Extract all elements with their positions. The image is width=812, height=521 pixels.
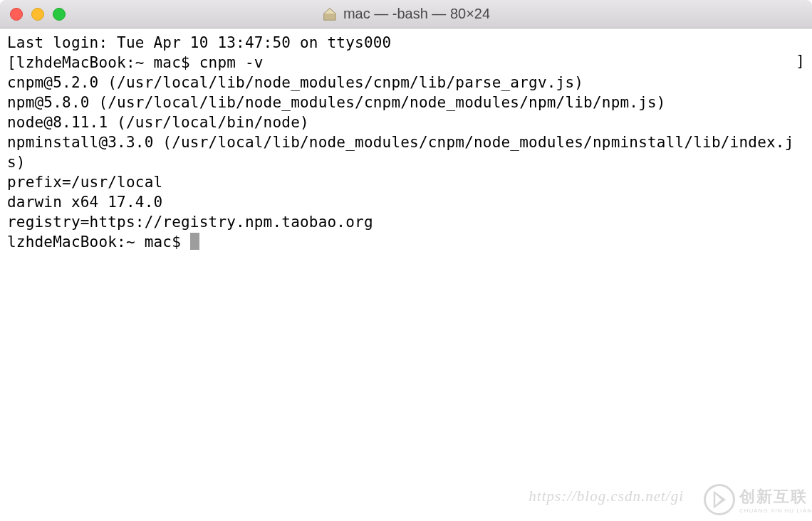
- home-folder-icon: [322, 6, 338, 22]
- terminal-cursor: [190, 233, 199, 250]
- right-bracket-glyph: ]: [796, 53, 805, 70]
- logo-main-text: 创新互联: [739, 486, 808, 507]
- terminal-line: node@8.11.1 (/usr/local/bin/node): [7, 114, 309, 131]
- terminal-output[interactable]: Last login: Tue Apr 10 13:47:50 on ttys0…: [0, 28, 812, 256]
- logo-text: 创新互联 CHUANG XIN HU LIAN: [739, 486, 812, 514]
- terminal-line: cnpm@5.2.0 (/usr/local/lib/node_modules/…: [7, 74, 583, 91]
- terminal-prompt: lzhdeMacBook:~ mac$: [7, 233, 190, 251]
- logo-sub-text: CHUANG XIN HU LIAN: [739, 507, 812, 514]
- traffic-lights: [0, 8, 66, 21]
- terminal-line: registry=https://registry.npm.taobao.org: [7, 214, 373, 231]
- close-button[interactable]: [10, 8, 23, 21]
- terminal-line: [lzhdeMacBook:~ mac$ cnpm -v: [7, 54, 264, 71]
- terminal-line: Last login: Tue Apr 10 13:47:50 on ttys0…: [7, 34, 391, 51]
- terminal-line: npminstall@3.3.0 (/usr/local/lib/node_mo…: [7, 134, 794, 171]
- window-title-group: mac — -bash — 80×24: [322, 6, 490, 22]
- minimize-button[interactable]: [31, 8, 44, 21]
- window-titlebar: mac — -bash — 80×24: [0, 0, 812, 28]
- terminal-line: prefix=/usr/local: [7, 174, 162, 191]
- maximize-button[interactable]: [53, 8, 66, 21]
- logo-icon: [704, 484, 735, 515]
- watermark-logo: 创新互联 CHUANG XIN HU LIAN: [704, 484, 812, 515]
- terminal-line: darwin x64 17.4.0: [7, 194, 162, 211]
- watermark-url: https://blog.csdn.net/gi: [529, 488, 684, 505]
- terminal-line: npm@5.8.0 (/usr/local/lib/node_modules/c…: [7, 94, 666, 111]
- window-title: mac — -bash — 80×24: [343, 6, 490, 22]
